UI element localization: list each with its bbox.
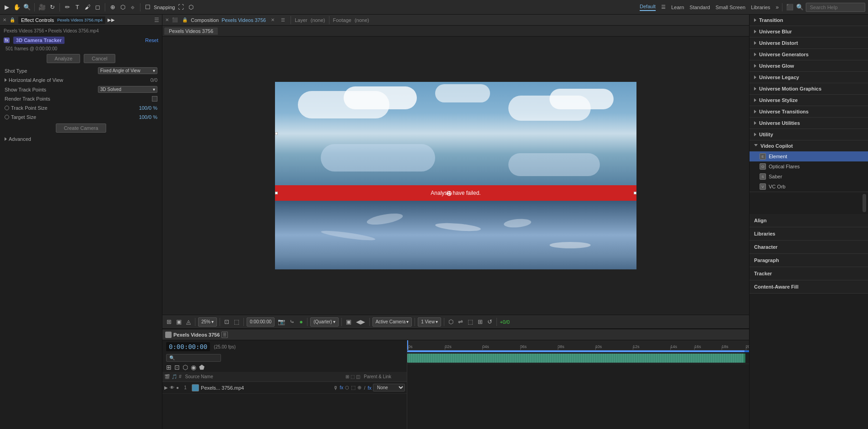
effect-controls-tab[interactable]: Effect Controls Pexels Videos 3756.mp4 [18,16,105,24]
shape-tool[interactable]: ◻ [93,3,102,11]
workspace-libraries[interactable]: Libraries [751,5,770,10]
zoom-tool[interactable]: 🔍 [23,3,31,11]
video-clip-1[interactable] [407,354,744,363]
hav-expand-arrow[interactable] [5,78,7,82]
workspace-default[interactable]: Default [640,4,656,11]
show-track-dropdown[interactable]: 3D Solved ▾ [98,86,157,93]
tl-parent-icon[interactable]: ⊡ [174,364,180,371]
layer-fx-icon[interactable]: fx [340,385,344,390]
vc-snap-icon[interactable]: ⊡ [223,317,231,326]
timeline-menu-btn[interactable]: ☰ [221,332,228,338]
rp-item-optical-flares[interactable]: O Optical Flares [749,161,868,172]
render-track-checkbox[interactable] [152,96,157,102]
reset-button[interactable]: Reset [145,38,158,43]
snapping-checkbox[interactable]: ☐ [144,3,152,11]
effect-name[interactable]: 3D Camera Tracker [13,37,65,44]
workspace-learn[interactable]: Learn [671,5,684,10]
layer-parent-chain-icon[interactable]: ⊕ [357,385,361,391]
search-help-input[interactable] [806,3,865,12]
clip-right-handle[interactable] [744,354,745,363]
zoom-control[interactable]: 25% ▾ [198,317,217,327]
vc-render-queue[interactable]: ⬚ [466,317,474,326]
tl-lock-icon[interactable]: ⬡ [183,364,188,371]
rp-universe-stylize-header[interactable]: Universe Stylize [749,95,868,106]
rp-universe-blur-header[interactable]: Universe Blur [749,26,868,37]
tl-render-icon[interactable]: ◉ [191,364,196,371]
vc-align-all[interactable]: ⊞ [476,317,484,326]
tl-solo-icon[interactable]: ⊞ [166,364,172,371]
analyze-button[interactable]: Analyze [47,54,80,63]
advanced-row[interactable]: Advanced [2,134,160,144]
camera-tool[interactable]: 🎥 [38,3,46,11]
ec-expand-icon[interactable]: ▶▶ [107,16,115,24]
rp-universe-distort-header[interactable]: Universe Distort [749,38,868,48]
extension-icon[interactable]: ⬛ [786,3,794,11]
layer-audio-icon[interactable]: 🎙 [333,385,338,391]
content-aware-fill-panel[interactable]: Content-Aware Fill [749,280,868,294]
rp-item-element[interactable]: E Element [749,151,868,161]
rp-utility-header[interactable]: Utility [749,129,868,140]
tracker-panel[interactable]: Tracker [749,267,868,280]
layer-parent-select[interactable]: None [373,384,405,391]
vc-reset[interactable]: ↺ [486,317,494,326]
3d-mode[interactable]: ⬡ [187,3,195,11]
cancel-button[interactable]: Cancel [84,54,115,63]
workspace-menu-icon[interactable]: ☰ [661,4,666,10]
tl-3d-icon[interactable]: ⬟ [199,364,205,371]
target-size-value[interactable]: 100/0 % [139,114,157,120]
snap-options[interactable]: ⛶ [177,3,185,11]
views-control[interactable]: 1 View ▾ [418,317,441,327]
timeline-search-input[interactable] [166,354,221,362]
brush-tool[interactable]: 🖌 [83,3,92,11]
comp-tab-close[interactable]: ✕ [269,16,277,24]
right-panel-scrollbar[interactable] [863,194,866,212]
rp-video-copilot-header[interactable]: Video Copilot [749,140,868,151]
camera-view-control[interactable]: Active Camera ▾ [372,317,412,327]
current-time-display[interactable]: 0:00:00:00 [166,342,210,351]
orbit-tool[interactable]: ↻ [48,3,56,11]
layer-expand-arrow[interactable]: ▶ [164,385,168,390]
rp-transition-header[interactable]: Transition [749,15,868,26]
vc-camera-icon[interactable]: 📷 [276,317,286,326]
rp-universe-motion-header[interactable]: Universe Motion Graphics [749,83,868,94]
rp-item-saber[interactable]: S Saber [749,172,868,182]
layer-motion-blur-icon[interactable]: ⬡ [345,385,349,390]
vc-mask-icon[interactable]: ◬ [185,317,192,326]
vc-color-icon[interactable]: ● [298,317,304,326]
pen-tool[interactable]: ✏ [63,3,71,11]
rp-item-vc-orb[interactable]: V VC Orb [749,182,868,192]
vc-comp-flow[interactable]: ⇌ [457,317,464,326]
vc-region-icon[interactable]: ⬚ [232,317,241,326]
vc-channel-icon[interactable]: ▣ [345,317,353,326]
create-camera-button[interactable]: Create Camera [56,123,106,133]
workspace-small-screen[interactable]: Small Screen [716,5,745,10]
panel-lock-icon[interactable]: 🔒 [8,16,16,24]
ec-menu-btn[interactable]: ☰ [154,17,159,23]
layer-3d-icon[interactable]: ⬚ [351,385,356,391]
workspace-more[interactable]: » [776,4,779,11]
select-tool[interactable]: ▶ [3,3,11,11]
vc-switch-3d[interactable]: ⬡ [447,317,455,326]
rp-universe-legacy-header[interactable]: Universe Legacy [749,72,868,83]
rp-universe-utilities-header[interactable]: Universe Utilities [749,118,868,129]
rp-universe-glow-header[interactable]: Universe Glow [749,60,868,71]
layer-visibility-icon[interactable]: 👁 [170,385,174,390]
timecode-display[interactable]: 0:00:00:00 [247,317,275,327]
layer-solo-icon[interactable]: ● [176,385,179,390]
paragraph-panel[interactable]: Paragraph [749,254,868,267]
text-tool[interactable]: T [73,3,81,11]
comp-close-btn[interactable]: ✕ [165,17,169,22]
layer-name[interactable]: Pexels... 3756.mp4 [201,385,331,391]
track-point-size-value[interactable]: 100/0 % [139,105,157,111]
vc-motion-blur-icon[interactable]: ⤷ [288,317,296,326]
vc-grid-icon[interactable]: ⊞ [165,317,173,326]
libraries-panel[interactable]: Libraries [749,227,868,241]
comp-lock-icon[interactable]: 🔒 [181,16,189,24]
hand-tool[interactable]: ✋ [13,3,21,11]
quality-control[interactable]: (Quarter) ▾ [310,317,339,327]
anchor-tool[interactable]: ⊕ [108,3,117,11]
vc-render-icon[interactable]: ◀▶ [355,317,367,326]
layer-expr-icon[interactable]: fx [367,385,372,391]
vc-safe-zone-icon[interactable]: ▣ [175,317,183,326]
character-panel[interactable]: Character [749,241,868,254]
